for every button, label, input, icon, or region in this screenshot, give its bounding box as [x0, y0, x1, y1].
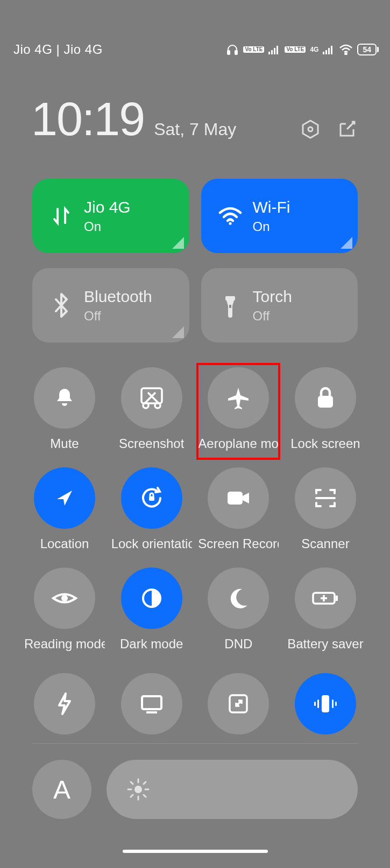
screen-recorder-toggle[interactable]: Screen Recorder: [196, 464, 280, 560]
lightning-icon: [55, 691, 74, 716]
torch-icon: [215, 293, 245, 318]
torch-label: Torch: [253, 287, 292, 306]
carrier-label: Jio 4G | Jio 4G: [13, 42, 103, 57]
bluetooth-tile[interactable]: Bluetooth Off: [32, 268, 189, 342]
clock-row: 10:19 Sat, 7 May: [0, 92, 390, 146]
svg-rect-3: [271, 50, 273, 54]
location-toggle[interactable]: Location: [23, 464, 107, 560]
svg-rect-33: [335, 702, 337, 706]
mobile-data-state: On: [84, 219, 131, 234]
mute-toggle[interactable]: Mute: [23, 364, 107, 460]
aeroplane-mode-toggle[interactable]: Aeroplane mode: [196, 364, 280, 460]
svg-rect-15: [229, 305, 231, 308]
screenshot-toggle[interactable]: Screenshot: [110, 364, 194, 460]
aeroplane-label: Aeroplane mode: [198, 436, 279, 451]
clock-time: 10:19: [31, 92, 144, 146]
lock-icon: [315, 386, 336, 410]
svg-point-10: [345, 53, 347, 54]
mute-label: Mute: [50, 436, 79, 451]
svg-rect-7: [325, 50, 327, 54]
torch-tile[interactable]: Torch Off: [201, 268, 358, 342]
svg-rect-0: [228, 51, 230, 54]
location-label: Location: [40, 536, 89, 551]
wifi-tile[interactable]: Wi-Fi On: [201, 179, 358, 253]
battery-saver-label: Battery saver: [287, 636, 363, 652]
volte-icon: Vo LTE: [243, 46, 264, 53]
bluetooth-icon: [46, 293, 76, 318]
window-collapse-icon: [226, 692, 250, 716]
mobile-data-tile[interactable]: Jio 4G On: [32, 179, 189, 253]
bell-icon: [52, 386, 77, 410]
mobile-data-icon: [46, 205, 76, 227]
svg-rect-22: [228, 492, 243, 505]
mobile-data-label: Jio 4G: [84, 198, 131, 217]
dnd-toggle[interactable]: DND: [196, 564, 280, 660]
screen-recorder-label: Screen Recorder: [198, 536, 279, 551]
svg-rect-31: [314, 702, 316, 706]
svg-rect-32: [332, 699, 334, 708]
svg-point-34: [134, 786, 142, 793]
svg-rect-14: [225, 296, 235, 300]
scissors-icon: [138, 386, 165, 410]
airplane-icon: [226, 386, 251, 410]
location-icon: [54, 487, 75, 509]
signal-icon: [268, 45, 280, 54]
vibrate-toggle[interactable]: [283, 670, 367, 743]
reading-mode-toggle[interactable]: Reading mode: [23, 564, 107, 660]
boost-toggle[interactable]: [23, 670, 107, 743]
eye-icon: [51, 589, 78, 607]
svg-marker-11: [303, 121, 318, 138]
lock-orientation-label: Lock orientation: [111, 536, 192, 551]
wifi-icon: [215, 206, 245, 226]
cast-toggle[interactable]: [110, 670, 194, 743]
lock-screen-toggle[interactable]: Lock screen: [283, 364, 367, 460]
settings-icon[interactable]: [300, 118, 321, 140]
vibrate-icon: [311, 693, 340, 715]
contrast-icon: [140, 586, 164, 610]
dark-mode-toggle[interactable]: Dark mode: [110, 564, 194, 660]
svg-rect-27: [142, 696, 161, 709]
edit-icon[interactable]: [336, 118, 358, 140]
monitor-icon: [139, 693, 165, 715]
svg-rect-1: [235, 51, 237, 54]
sun-icon: [126, 777, 151, 802]
font-size-button[interactable]: A: [32, 760, 91, 819]
headphones-icon: [226, 43, 239, 56]
scanner-toggle[interactable]: Scanner: [283, 464, 367, 560]
svg-rect-19: [318, 396, 333, 408]
svg-point-12: [308, 127, 313, 131]
bluetooth-state: Off: [84, 309, 152, 324]
home-indicator[interactable]: [123, 850, 268, 853]
svg-rect-30: [317, 699, 319, 708]
wifi-icon: [339, 44, 353, 55]
clock-date: Sat, 7 May: [154, 120, 236, 139]
wifi-label: Wi-Fi: [253, 198, 290, 217]
lock-orientation-toggle[interactable]: Lock orientation: [110, 464, 194, 560]
battery-plus-icon: [311, 590, 340, 607]
status-icons: Vo LTE Vo LTE 4G 54: [226, 43, 377, 56]
brightness-slider[interactable]: [107, 760, 358, 819]
svg-point-23: [61, 595, 68, 601]
scan-icon: [313, 486, 338, 510]
dnd-label: DND: [224, 636, 252, 652]
floating-window-toggle[interactable]: [196, 670, 280, 743]
rotation-lock-icon: [138, 485, 165, 512]
bluetooth-label: Bluetooth: [84, 287, 152, 306]
scanner-label: Scanner: [301, 536, 349, 551]
svg-rect-5: [276, 46, 278, 54]
net-label: 4G: [310, 46, 318, 53]
status-bar: Jio 4G | Jio 4G Vo LTE Vo LTE 4G 54: [0, 33, 390, 66]
svg-rect-29: [322, 695, 329, 712]
battery-saver-toggle[interactable]: Battery saver: [283, 564, 367, 660]
svg-rect-8: [328, 48, 330, 54]
lock-screen-label: Lock screen: [290, 436, 360, 451]
svg-point-13: [229, 222, 231, 225]
wifi-state: On: [253, 219, 290, 234]
video-icon: [225, 488, 251, 508]
dark-mode-label: Dark mode: [120, 636, 183, 652]
screenshot-label: Screenshot: [119, 436, 184, 451]
svg-rect-26: [336, 596, 338, 601]
battery-indicator: 54: [357, 44, 377, 55]
torch-state: Off: [253, 309, 292, 324]
moon-icon: [227, 587, 250, 610]
